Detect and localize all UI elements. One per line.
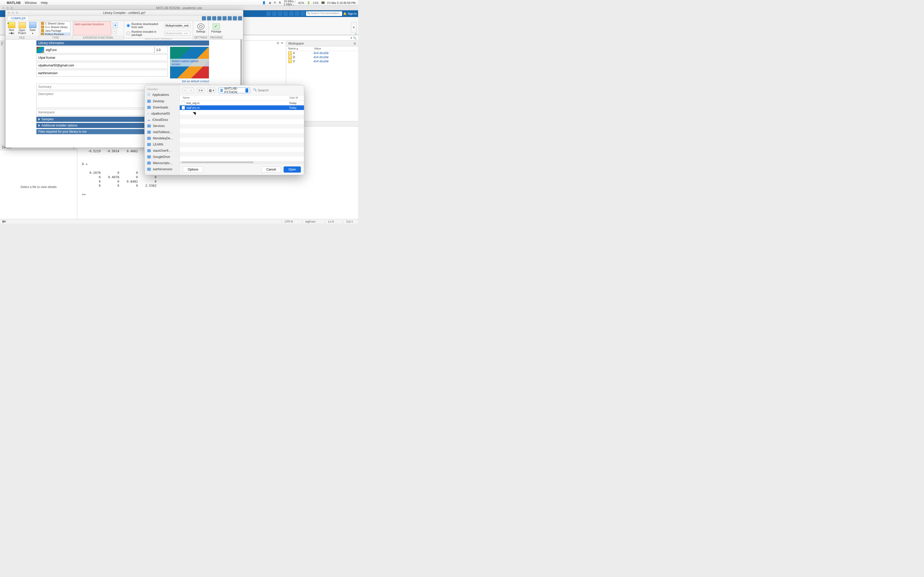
fav-iclouddocs[interactable]: ☁iCloudDocs [145,117,179,123]
nav-back-forward[interactable]: ‹› [182,88,194,93]
group-type: TYPE [39,36,72,39]
runtime-web-value[interactable] [165,23,190,28]
path-chevron-icon[interactable]: ⌃ [246,89,248,92]
sync-icon[interactable]: ⟳ [274,1,276,4]
options-button[interactable]: Options [183,166,203,172]
fav-earthinversion[interactable]: earthinversion [145,166,179,172]
toolstrip-expand[interactable]: ▾ [351,22,357,32]
status-col: Col 1 [343,220,356,223]
fav-addtomend[interactable]: AddToMend… [145,129,179,135]
undo-icon[interactable] [289,11,294,16]
toolstrip-collapse-icon[interactable]: ▴ [355,32,357,35]
help-icon[interactable] [300,11,305,16]
path-label: MATLAB-PYTHON [224,87,242,94]
fav-googledrive[interactable]: GoogleDrive [145,154,179,160]
copy-icon[interactable] [278,11,282,16]
doc-close-icon[interactable]: ✕ [281,41,283,45]
file-list[interactable]: Name Date M test_eig.m Today eigFunc.m T… [180,95,304,164]
app-menu[interactable]: MATLAB [7,1,21,5]
doc-minimize-icon[interactable]: ⊖ [277,41,279,45]
settings-button[interactable]: Settings [194,23,207,34]
qa-about-icon[interactable] [238,16,242,20]
open-button[interactable]: Open [284,166,301,172]
fav-desktop[interactable]: Desktop [145,98,179,104]
status-function[interactable]: eigFunc [302,220,319,223]
path-selector[interactable]: MATLAB-PYTHON ⌃ [219,88,250,93]
ws-col-name[interactable]: Name ▴ [286,47,312,51]
battery-2-icon: 📟 [321,1,325,4]
compiler-title: Library Compiler - untitled1.prj* [103,11,145,15]
fav-services[interactable]: Services [145,123,179,129]
workspace-menu-icon[interactable]: ⊙ [354,42,356,45]
package-button[interactable]: Package [210,23,223,34]
fav-manuscripts[interactable]: Manuscripts… [145,160,179,166]
lib-email-input[interactable] [36,62,168,69]
ws-var-A[interactable]: A4x4 double [286,51,358,55]
file-icon [182,101,185,105]
qa-cut-icon[interactable] [207,16,211,20]
remove-function-button[interactable]: − [111,29,117,34]
signin-button[interactable]: 🔔 Sign In [343,12,357,15]
lib-name-input[interactable] [44,47,154,53]
file-row-empty [180,152,304,156]
tab-compiler[interactable]: COMPILER [8,16,29,20]
battery-2[interactable]: 11% [313,1,319,4]
col-name[interactable]: Name [180,95,289,100]
menu-help[interactable]: Help [41,1,48,5]
type-list[interactable]: C Shared Library C++ Shared Library Java… [40,21,70,35]
save-button[interactable]: Save▾ [27,21,38,35]
matlab-title: MATLAB R2020b - academic use [156,6,202,10]
paste-icon[interactable] [283,11,288,16]
fav-stackoverfl[interactable]: stackOverfl… [145,148,179,154]
lib-author-input[interactable] [36,54,168,61]
add-exported-placeholder[interactable]: Add exported functions [73,21,111,35]
window-controls[interactable] [2,7,13,9]
qa-print-icon[interactable] [228,16,232,20]
lib-icon[interactable] [36,47,44,53]
redo-icon[interactable] [295,11,299,16]
cut-icon[interactable] [272,11,277,16]
battery-1[interactable]: 61% [299,1,304,4]
save-icon[interactable] [267,11,271,16]
qa-copy-icon[interactable] [212,16,216,20]
file-list-scrollbar[interactable] [180,161,304,164]
open-project-button[interactable]: Open Project [17,22,27,35]
runtime-mcr-value[interactable] [165,31,190,35]
add-function-button[interactable]: + [113,23,118,28]
col-date[interactable]: Date M [289,95,304,100]
fav-mendeley[interactable]: MendeleyDe… [145,135,179,142]
view-list[interactable]: ≡ ▾ [197,88,204,93]
view-group[interactable]: ▦ ▾ [207,88,216,93]
compiler-window-controls[interactable] [8,11,18,14]
lib-version-input[interactable] [154,47,168,53]
new-button[interactable]: New<�ò [6,21,16,35]
lib-company-input[interactable] [36,70,168,76]
fav-downloads[interactable]: Downloads [145,104,179,111]
set-default-contact[interactable]: Set as default contact [182,80,209,83]
display-icon[interactable]: 🖥 [268,1,271,4]
file-row-test-eig[interactable]: test_eig.m Today [180,101,304,105]
menu-window[interactable]: Window [25,1,37,5]
qa-help-icon[interactable] [233,16,237,20]
ws-var-V[interactable]: V4x4 double [286,59,358,63]
qa-undo-icon[interactable] [223,16,227,20]
file-row-eigfunc[interactable]: eigFunc.m Today [180,105,304,110]
net-icon[interactable]: ⇅ [279,1,281,4]
qa-save-icon[interactable] [202,16,206,20]
splash-screen[interactable]: Select custom splash screen [170,47,209,79]
fav-applications[interactable]: ⒶApplications [145,91,179,98]
ws-var-D[interactable]: D4x4 double [286,55,358,59]
runtime-mcr-radio[interactable] [127,32,130,35]
fav-learn[interactable]: LEARN [145,142,179,148]
qa-paste-icon[interactable] [217,16,221,20]
status-encoding[interactable]: UTF-8 [281,220,296,223]
user-icon[interactable]: 👤 [262,1,266,4]
clock[interactable]: Fri Mar 5 10:45:59 PM [328,1,355,4]
path-search-icon[interactable]: ▾ 🔍 [351,36,357,40]
ws-col-value[interactable]: Value [312,47,323,51]
fav-home[interactable]: ⌂utpalkumar50 [145,111,179,117]
cancel-button[interactable]: Cancel [262,166,281,172]
file-search[interactable] [253,88,301,93]
runtime-web-radio[interactable] [127,24,130,27]
doc-search[interactable]: Search Documentation [306,11,342,16]
